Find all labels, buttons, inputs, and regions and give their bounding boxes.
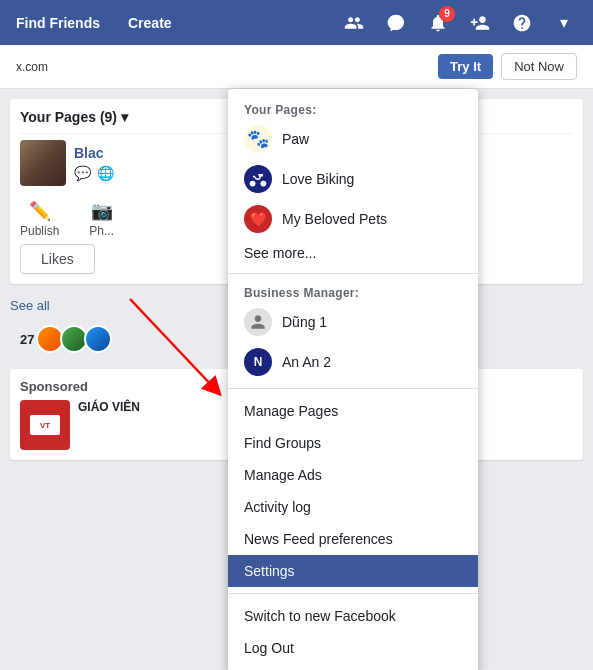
ad-text: GIÁO VIÊN <box>78 400 140 414</box>
switch-facebook-item[interactable]: Switch to new Facebook <box>228 600 478 632</box>
publish-label: Publish <box>20 224 59 238</box>
create-link[interactable]: Create <box>122 11 178 35</box>
messenger-icon-btn[interactable] <box>377 4 415 42</box>
page-status-icons: 💬 🌐 <box>74 165 114 181</box>
bike-avatar <box>244 165 272 193</box>
friends-icon-btn[interactable] <box>335 4 373 42</box>
photos-icon: 📷 <box>91 200 113 222</box>
business-manager-label: Business Manager: <box>228 280 478 302</box>
paw-label: Paw <box>282 131 309 147</box>
nav-icons: 9 ▾ <box>335 4 583 42</box>
photos-label: Ph... <box>89 224 114 238</box>
friends-icon <box>344 13 364 33</box>
not-now-button[interactable]: Not Now <box>501 53 577 80</box>
pages-header-text: Your Pages (9) <box>20 109 117 125</box>
pets-avatar: ❤️ <box>244 205 272 233</box>
dropdown-biz-anan[interactable]: N An An 2 <box>228 342 478 382</box>
divider-2 <box>228 388 478 389</box>
activity-avatars <box>40 321 112 357</box>
try-it-button[interactable]: Try It <box>438 54 493 79</box>
svg-point-0 <box>250 181 256 187</box>
notification-bar: x.com Try It Not Now <box>0 45 593 89</box>
pets-label: My Beloved Pets <box>282 211 387 227</box>
divider-3 <box>228 593 478 594</box>
dung-label: Dũng 1 <box>282 314 327 330</box>
settings-item[interactable]: Settings <box>228 555 478 587</box>
notif-bar-text: x.com <box>16 60 430 74</box>
log-out-item[interactable]: Log Out <box>228 632 478 664</box>
notif-count-value: 27 <box>20 332 34 347</box>
dropdown-biz-dung[interactable]: Dũng 1 <box>228 302 478 342</box>
anan-label: An An 2 <box>282 354 331 370</box>
find-friends-icon-btn[interactable] <box>461 4 499 42</box>
find-friends-link[interactable]: Find Friends <box>10 11 106 35</box>
ad-title: GIÁO VIÊN <box>78 400 140 414</box>
anan-avatar: N <box>244 348 272 376</box>
paw-avatar: 🐾 <box>244 125 272 153</box>
photos-btn[interactable]: 📷 Ph... <box>89 200 114 238</box>
bike-label: Love Biking <box>282 171 354 187</box>
dung-avatar <box>244 308 272 336</box>
dropdown-page-pets[interactable]: ❤️ My Beloved Pets <box>228 199 478 239</box>
your-pages-label: Your Pages: <box>228 97 478 119</box>
help-icon <box>512 13 532 33</box>
add-friend-icon <box>470 13 490 33</box>
likes-button[interactable]: Likes <box>20 244 95 274</box>
divider-1 <box>228 273 478 274</box>
dropdown-menu: Your Pages: 🐾 Paw Love Biking ❤️ My Belo… <box>228 89 478 670</box>
see-more-link[interactable]: See more... <box>228 239 478 267</box>
svg-point-1 <box>261 181 267 187</box>
message-icon: 💬 <box>74 165 91 181</box>
publish-btn[interactable]: ✏️ Publish <box>20 200 59 238</box>
dropdown-page-bike[interactable]: Love Biking <box>228 159 478 199</box>
help-icon-btn[interactable] <box>503 4 541 42</box>
account-menu-btn[interactable]: ▾ <box>545 4 583 42</box>
dropdown-page-paw[interactable]: 🐾 Paw <box>228 119 478 159</box>
news-feed-item[interactable]: News Feed preferences <box>228 523 478 555</box>
page-info: Blac 💬 🌐 <box>74 145 114 181</box>
messenger-icon <box>386 13 406 33</box>
page-avatar <box>20 140 66 186</box>
notification-badge: 9 <box>439 6 455 22</box>
manage-ads-item[interactable]: Manage Ads <box>228 459 478 491</box>
manage-pages-item[interactable]: Manage Pages <box>228 395 478 427</box>
main-content: Your Pages (9) ▾ Blac 💬 🌐 ✏️ P <box>0 89 593 670</box>
pages-header-chevron: ▾ <box>121 109 128 125</box>
activity-log-item[interactable]: Activity log <box>228 491 478 523</box>
ad-image: VT <box>20 400 70 450</box>
chevron-down-icon: ▾ <box>556 9 572 36</box>
find-groups-item[interactable]: Find Groups <box>228 427 478 459</box>
navbar: Find Friends Create 9 ▾ <box>0 0 593 45</box>
notifications-icon-btn[interactable]: 9 <box>419 4 457 42</box>
globe-icon: 🌐 <box>97 165 114 181</box>
activity-avatar-3 <box>84 325 112 353</box>
page-name: Blac <box>74 145 114 161</box>
nav-links: Find Friends Create <box>10 11 178 35</box>
publish-icon: ✏️ <box>29 200 51 222</box>
page-avatar-image <box>20 140 66 186</box>
